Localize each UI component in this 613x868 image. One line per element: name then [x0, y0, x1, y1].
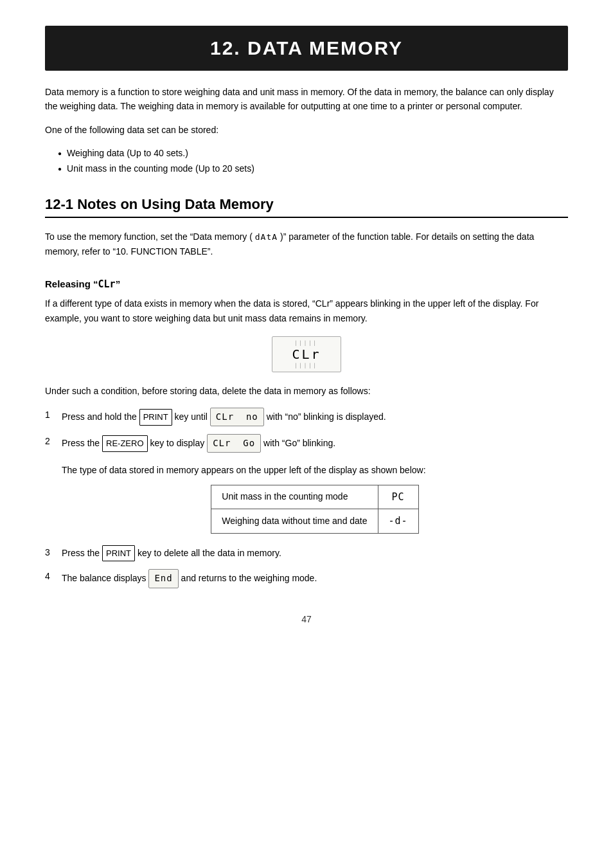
- table-cell-value-1: PC: [378, 485, 418, 509]
- clr-display-figure: │││││ CLr │││││: [45, 336, 568, 372]
- step3-post: key to delete all the data in memory.: [138, 548, 281, 558]
- step-2: 2 Press the RE-ZERO key to display CLr G…: [45, 434, 568, 453]
- steps-list: 1 Press and hold the PRINT key until CLr…: [45, 408, 568, 453]
- page: 12. DATA MEMORY Data memory is a functio…: [0, 0, 613, 868]
- print-key-1: PRINT: [139, 409, 172, 425]
- under-condition-text: Under such a condition, before storing d…: [45, 384, 568, 399]
- bullet-list: Weighing data (Up to 40 sets.) Unit mass…: [58, 146, 568, 177]
- table-cell-label-2: Weighing data without time and date: [211, 509, 378, 534]
- step-3: 3 Press the PRINT key to delete all the …: [45, 545, 568, 561]
- releasing-subtitle: Releasing “CLr”: [45, 278, 568, 290]
- section-12-1-title: 12-1 Notes on Using Data Memory: [45, 196, 568, 218]
- step3-pre: Press the: [62, 548, 100, 558]
- step1-mid: key until: [175, 411, 210, 422]
- step4-post: and returns to the weighing mode.: [181, 573, 317, 583]
- page-number: 47: [45, 614, 568, 624]
- step2-post: with “Go” blinking.: [263, 438, 335, 448]
- bullet-item-1: Weighing data (Up to 40 sets.): [58, 146, 568, 161]
- chapter-title: 12. DATA MEMORY: [58, 37, 555, 59]
- step-1: 1 Press and hold the PRINT key until CLr…: [45, 408, 568, 426]
- step4-pre: The balance displays: [62, 573, 147, 583]
- print-key-2: PRINT: [102, 545, 135, 561]
- releasing-description: If a different type of data exists in me…: [45, 296, 568, 326]
- chapter-title-block: 12. DATA MEMORY: [45, 26, 568, 71]
- step2-pre: Press the: [62, 438, 100, 448]
- steps-list-2: 3 Press the PRINT key to delete all the …: [45, 545, 568, 588]
- step4-lcd: End: [148, 569, 178, 588]
- table-intro-text: The type of data stored in memory appear…: [62, 463, 568, 534]
- rezero-key: RE-ZERO: [102, 435, 148, 451]
- table-row-2: Weighing data without time and date -d-: [211, 509, 418, 534]
- table-cell-value-2: -d-: [378, 509, 418, 534]
- step1-pre: Press and hold the: [62, 411, 137, 422]
- step-4: 4 The balance displays End and returns t…: [45, 569, 568, 588]
- clr-lcd-display: CLr: [292, 347, 321, 362]
- intro-paragraph2: One of the following data set can be sto…: [45, 123, 568, 137]
- releasing-section: Releasing “CLr” If a different type of d…: [45, 278, 568, 588]
- step1-lcd: CLr no: [210, 408, 264, 426]
- section-12-1-intro: To use the memory function, set the “Dat…: [45, 230, 568, 259]
- step1-post: with “no” blinking is displayed.: [267, 411, 386, 422]
- step2-mid: key to display: [150, 438, 207, 448]
- section-12-1: 12-1 Notes on Using Data Memory To use t…: [45, 196, 568, 259]
- table-cell-label-1: Unit mass in the counting mode: [211, 485, 378, 509]
- data-type-table: Unit mass in the counting mode PC Weighi…: [211, 485, 418, 534]
- bullet-item-2: Unit mass in the counting mode (Up to 20…: [58, 161, 568, 177]
- step2-lcd: CLr Go: [207, 434, 261, 453]
- table-row-1: Unit mass in the counting mode PC: [211, 485, 418, 509]
- intro-paragraph1: Data memory is a function to store weigh…: [45, 85, 568, 114]
